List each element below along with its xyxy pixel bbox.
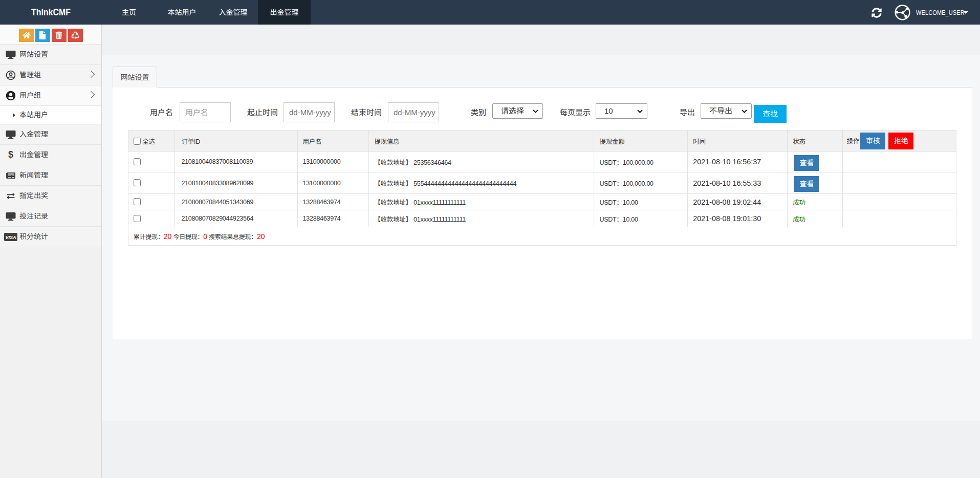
svg-text:VISA: VISA [5, 235, 16, 240]
